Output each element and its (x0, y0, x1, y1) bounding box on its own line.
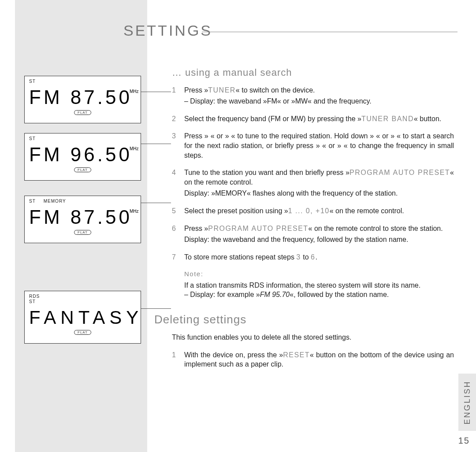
step-text: Select the preset position using » (184, 207, 288, 215)
btn-program-auto-preset: PROGRAM AUTO PRESET (208, 225, 308, 232)
note-text: «, followed by the station name. (290, 291, 389, 298)
title-rule (202, 32, 457, 32)
btn-digit-keys: 1 ... 0, +10 (288, 207, 330, 215)
step-text: to (301, 253, 311, 261)
unit-mhz: MHz (130, 146, 139, 151)
step-5: Select the preset position using »1 ... … (172, 206, 454, 216)
step-text: Tune to the station you want and then br… (184, 169, 350, 176)
step-4: Tune to the station you want and then br… (172, 168, 454, 198)
indicator-st: ST (29, 136, 36, 141)
step-text: Press » (184, 225, 208, 232)
note-text: – Display: for example » (184, 291, 260, 298)
language-tab: ENGLISH (458, 374, 476, 431)
leader-line-4 (141, 308, 171, 309)
indicator-st: ST (29, 199, 36, 204)
display-panel-1: ST FM 87.50MHz FLAT (24, 76, 141, 123)
step-text: Press » (184, 86, 208, 94)
leader-line-3 (141, 203, 171, 203)
display-panel-4: RDS ST FANTASY FLAT (24, 291, 141, 344)
delete-step-1: With the device on, press the »RESET« bu… (172, 350, 454, 369)
note-body: If a station transmits RDS information, … (184, 281, 454, 300)
display-main: FM 96.50 (29, 144, 132, 165)
btn-tuner: TUNER (208, 86, 236, 94)
step-2: Select the frequency band (FM or MW) by … (172, 114, 454, 124)
step-1-sub: – Display: the waveband »FM« or »MW« and… (184, 96, 454, 106)
note-line-2: – Display: for example »FM 95.70«, follo… (184, 290, 454, 300)
indicator-st: ST (29, 79, 36, 84)
btn-reset: RESET (283, 351, 310, 359)
subheading-deleting-settings: Deleting settings (154, 312, 454, 327)
step-text: Press » « or » « to tune to the required… (184, 132, 454, 159)
step-4-sub: Display: »MEMORY« flashes along with the… (184, 189, 454, 198)
step-text: « button. (414, 115, 441, 122)
display-panel-3: ST MEMORY FM 87.50MHz FLAT (24, 196, 141, 243)
display-main: FM 87.50 (29, 206, 132, 228)
note-line-1: If a station transmits RDS information, … (184, 281, 454, 290)
indicator-st: ST (29, 299, 136, 304)
step-text: « on the remote control to store the sta… (309, 225, 443, 232)
step-6-sub: Display: the waveband and the frequency,… (184, 235, 454, 245)
page-number: 15 (458, 436, 470, 446)
display-main: FANTASY (29, 307, 143, 328)
step-6: Press »PROGRAM AUTO PRESET« on the remot… (172, 224, 454, 245)
flat-badge: FLAT (74, 330, 91, 335)
step-ref-6: 6 (311, 253, 315, 261)
flat-badge: FLAT (74, 110, 91, 115)
leader-line-2 (141, 144, 171, 144)
content-area: … using a manual search Press »TUNER« to… (172, 66, 454, 377)
page-title: SETTINGS (123, 22, 212, 39)
language-label: ENGLISH (463, 380, 472, 424)
step-sub-text: – Display: the waveband »FM« or »MW« and… (184, 97, 372, 105)
note-heading: Note: (184, 270, 454, 278)
step-3: Press » « or » « to tune to the required… (172, 131, 454, 160)
delete-intro: This function enables you to delete all … (172, 333, 454, 342)
unit-mhz: MHz (130, 209, 139, 214)
flat-badge: FLAT (74, 167, 91, 172)
display-panel-2: ST FM 96.50MHz FLAT (24, 133, 141, 181)
step-1: Press »TUNER« to switch on the device. –… (172, 85, 454, 106)
indicator-memory: MEMORY (44, 199, 66, 204)
delete-steps: With the device on, press the »RESET« bu… (172, 350, 454, 369)
step-text: « to switch on the device. (236, 86, 315, 94)
step-text: . (315, 253, 317, 261)
unit-mhz: MHz (130, 89, 139, 94)
flat-badge: FLAT (74, 230, 91, 235)
indicator-rds: RDS (29, 294, 136, 299)
subheading-manual-search: … using a manual search (172, 66, 454, 79)
btn-program-auto-preset: PROGRAM AUTO PRESET (350, 169, 450, 176)
manual-search-steps: Press »TUNER« to switch on the device. –… (172, 85, 454, 262)
step-text: With the device on, press the » (184, 351, 283, 359)
btn-tuner-band: TUNER BAND (361, 115, 414, 122)
step-text: To store more stations repeat steps (184, 253, 296, 261)
note-example-freq: FM 95.70 (260, 291, 290, 298)
step-text: « on the remote control. (330, 207, 404, 215)
step-ref-3: 3 (296, 253, 301, 261)
step-7: To store more stations repeat steps 3 to… (172, 252, 454, 262)
leader-line-1 (141, 92, 171, 92)
step-text: Select the frequency band (FM or MW) by … (184, 115, 361, 122)
display-main: FM 87.50 (29, 86, 132, 108)
